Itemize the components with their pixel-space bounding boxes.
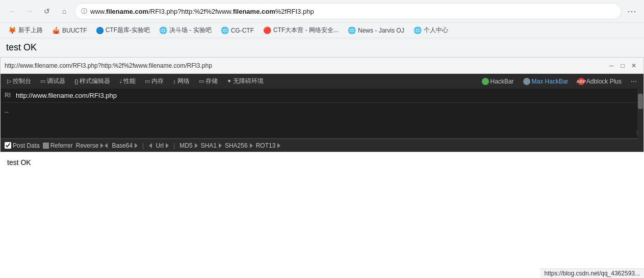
bookmark-news-jarvis[interactable]: 🌐 News - Jarvis OJ: [344, 25, 408, 36]
bookmark-buuctf[interactable]: 🎪 BUUCTF: [48, 25, 91, 36]
max-hackbar-button[interactable]: Max HackBar: [520, 76, 572, 87]
arrow-right-icon: [100, 143, 104, 148]
tool-label: 控制台: [13, 77, 31, 86]
jarvis-icon: 🌐: [348, 26, 356, 34]
debugger-icon: ▭: [40, 78, 45, 85]
rot13-button[interactable]: ROT13: [256, 142, 281, 149]
arena-icon: 🌐: [159, 26, 167, 34]
ri-input[interactable]: [14, 91, 639, 100]
reverse-label: Reverse: [76, 142, 99, 149]
hackbar-label: HackBar: [491, 78, 514, 85]
tool-debugger[interactable]: ▭ 调试器: [37, 75, 69, 87]
url-label: Url: [156, 142, 164, 149]
hackbar-ri-row: RI: [1, 89, 643, 103]
hackbar-button[interactable]: HackBar: [478, 76, 518, 87]
memory-icon: ▭: [145, 78, 150, 85]
pipe-separator-2: |: [172, 142, 176, 149]
bookmark-label: 新手上路: [18, 26, 43, 35]
url-button[interactable]: Url: [156, 142, 169, 149]
body-text: test OK: [7, 158, 31, 166]
lock-icon: ⓘ: [81, 7, 87, 16]
devtools-more-button[interactable]: ⋯: [627, 76, 640, 87]
hackbar-post-row: _ ⊞: [1, 103, 643, 138]
home-button[interactable]: ⌂: [57, 4, 71, 18]
arrow-left-icon2: [149, 143, 152, 148]
address-bar[interactable]: ⓘ www.filename.com/RFI3.php?http:%2f%2fw…: [74, 3, 622, 19]
tool-label: 样式编辑器: [80, 77, 110, 86]
tool-accessibility[interactable]: ✦ 无障碍环境: [223, 75, 267, 87]
bookmark-xinshoushanglu[interactable]: 🦊 新手上路: [4, 24, 47, 36]
buuctf-icon: 🎪: [52, 26, 60, 34]
post-data-label: Post Data: [13, 142, 40, 149]
performance-icon: ♩: [119, 78, 122, 85]
bookmarks-bar: 🦊 新手上路 🎪 BUUCTF 🌐 CTF题库-实验吧 🌐 决斗场 - 实验吧 …: [0, 23, 644, 38]
bookmark-label: 决斗场 - 实验吧: [169, 26, 212, 35]
sha256-label: SHA256: [225, 142, 248, 149]
tool-label: 存储: [205, 77, 218, 86]
bookmark-douduchang[interactable]: 🌐 决斗场 - 实验吧: [155, 24, 216, 36]
more-options-button[interactable]: ⋯: [625, 4, 639, 18]
bookmark-label: CG-CTF: [231, 27, 254, 34]
devtools-toolbar: ▷ 控制台 ▭ 调试器 {} 样式编辑器 ♩ 性能 ▭ 内存 ↕ 网络: [1, 74, 643, 89]
sha1-label: SHA1: [201, 142, 217, 149]
arrow-right-icon4: [195, 143, 198, 148]
hackbar-main: RI _ ⊞ Post Data Referrer Revers: [1, 89, 643, 152]
forward-button[interactable]: →: [22, 4, 37, 18]
arrow-right-icon7: [277, 143, 280, 148]
tool-memory[interactable]: ▭ 内存: [141, 75, 167, 87]
tool-storage[interactable]: ▭ 存储: [195, 75, 221, 87]
adblock-button[interactable]: ABP Adblock Plus: [574, 76, 625, 87]
rot13-label: ROT13: [256, 142, 276, 149]
bookmark-label: CTF大本营 - 网络安全...: [273, 26, 339, 35]
fox-icon: 🦊: [8, 26, 16, 34]
tool-network[interactable]: ↕ 网络: [169, 75, 193, 87]
post-data-checkbox[interactable]: Post Data: [5, 142, 40, 149]
referrer-checkbox[interactable]: Referrer: [43, 142, 73, 149]
referrer-label: Referrer: [50, 142, 73, 149]
nav-bar: ← → ↺ ⌂ ⓘ www.filename.com/RFI3.php?http…: [0, 0, 644, 23]
devtools-close-button[interactable]: ✕: [628, 60, 639, 71]
ri-label: RI: [5, 91, 11, 99]
bookmark-cgctf[interactable]: 🌐 CG-CTF: [217, 25, 258, 36]
arrow-left-icon: [105, 143, 108, 148]
devtools-scrollbar[interactable]: [637, 89, 643, 152]
hackbar-bottom-bar: Post Data Referrer Reverse Base64 |: [1, 138, 643, 152]
devtools-titlebar: http://www.filename.com/RFI3.php?http:%2…: [1, 58, 643, 74]
bookmark-ctf-shiyanba[interactable]: 🌐 CTF题库-实验吧: [92, 24, 154, 36]
page-body: test OK: [0, 152, 644, 173]
person-icon: 🌐: [414, 26, 422, 34]
reload-button[interactable]: ↺: [40, 4, 54, 18]
sha1-button[interactable]: SHA1: [201, 142, 222, 149]
max-hackbar-label: Max HackBar: [532, 78, 569, 85]
devtools-title: http://www.filename.com/RFI3.php?http:%2…: [5, 62, 606, 69]
red-globe-icon: 🔴: [263, 26, 271, 34]
devtools-minimize-button[interactable]: ─: [606, 60, 617, 71]
post-data-input[interactable]: _: [5, 105, 639, 130]
tool-performance[interactable]: ♩ 性能: [116, 75, 139, 87]
tool-label: 内存: [151, 77, 164, 86]
devtools-window: http://www.filename.com/RFI3.php?http:%2…: [0, 57, 644, 152]
hackbar-green-icon: [482, 78, 489, 85]
devtools-maximize-button[interactable]: □: [617, 60, 628, 71]
sha256-button[interactable]: SHA256: [225, 142, 253, 149]
lock-icon: [523, 78, 530, 85]
bookmark-label: 个人中心: [424, 26, 448, 35]
scrollbar-thumb[interactable]: [638, 94, 643, 109]
bookmark-label: CTF题库-实验吧: [106, 26, 150, 35]
md5-button[interactable]: MD5: [179, 142, 197, 149]
tool-style-editor[interactable]: {} 样式编辑器: [71, 75, 114, 87]
base64-button[interactable]: Base64: [112, 142, 138, 149]
reverse-button[interactable]: Reverse: [76, 142, 109, 149]
tool-console[interactable]: ▷ 控制台: [4, 75, 35, 87]
bookmark-label: BUUCTF: [62, 27, 87, 34]
base64-label: Base64: [112, 142, 133, 149]
back-button[interactable]: ←: [5, 4, 19, 18]
bookmark-ctf-daben[interactable]: 🔴 CTF大本营 - 网络安全...: [259, 24, 343, 36]
bookmark-personal[interactable]: 🌐 个人中心: [409, 24, 452, 36]
bookmark-label: News - Jarvis OJ: [358, 27, 404, 34]
storage-icon: ▭: [199, 78, 204, 85]
page-title: test OK: [0, 38, 644, 57]
globe-icon: 🌐: [96, 27, 104, 34]
style-icon: {}: [74, 78, 78, 85]
tool-label: 无障碍环境: [233, 77, 264, 86]
